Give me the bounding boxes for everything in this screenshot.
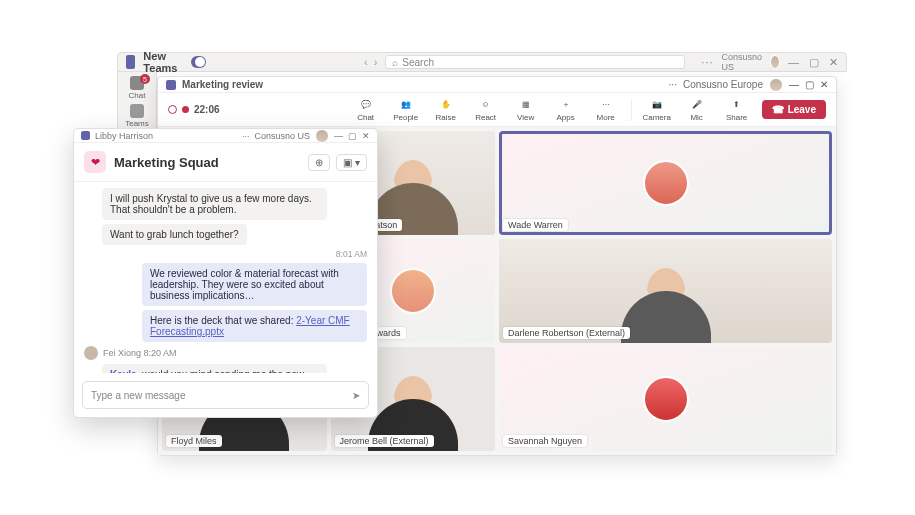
search-placeholder: Search	[402, 57, 434, 68]
camera-icon: 📷	[650, 98, 664, 112]
apps-button[interactable]: ＋Apps	[551, 98, 581, 122]
mention[interactable]: Kayla	[110, 369, 137, 373]
profile-avatar[interactable]	[770, 55, 780, 69]
people-button[interactable]: 👥People	[391, 98, 421, 122]
recording-indicator: 22:06	[168, 104, 220, 115]
message-outgoing: We reviewed color & material forecast wi…	[142, 263, 367, 306]
compose-placeholder: Type a new message	[91, 390, 186, 401]
record-ring-icon	[168, 105, 177, 114]
message-incoming: Kayla, would you mind sending me the new…	[102, 364, 327, 373]
more-button[interactable]: ···	[669, 79, 677, 90]
window-close-button[interactable]: ✕	[829, 56, 838, 69]
meeting-timer: 22:06	[194, 104, 220, 115]
org-label: Consusno US	[721, 52, 762, 72]
chat-title: Marketing Squad	[114, 155, 219, 170]
search-input[interactable]: ⌕ Search	[385, 55, 685, 69]
participant-name: Wade Warren	[503, 219, 568, 231]
window-minimize-button[interactable]: —	[334, 131, 343, 141]
chat-header: ❤ Marketing Squad ⊕ ▣▾	[74, 143, 377, 182]
sender-avatar	[84, 346, 98, 360]
video-tile[interactable]: Savannah Nguyen	[499, 347, 832, 451]
window-minimize-button[interactable]: —	[788, 56, 799, 69]
participant-name: Savannah Nguyen	[503, 435, 587, 447]
chat-thread: I will push Krystal to give us a few mor…	[74, 182, 377, 373]
message-text: , would you mind sending me the new spec…	[110, 369, 304, 373]
video-call-button[interactable]: ▣▾	[336, 154, 367, 171]
meeting-title: Marketing review	[182, 79, 263, 90]
message-incoming: Want to grab lunch together?	[102, 224, 247, 245]
participant-name: Floyd Miles	[166, 435, 222, 447]
participant-avatar	[643, 376, 689, 422]
participant-avatar	[390, 268, 436, 314]
teams-logo-icon	[126, 55, 135, 69]
video-tile[interactable]: Darlene Robertson (External)	[499, 239, 832, 343]
camera-button[interactable]: 📷Camera	[642, 98, 672, 122]
timestamp: 8:01 AM	[336, 249, 367, 259]
chat-titlebar: Libby Harrison ··· Consusno US — ▢ ✕	[74, 129, 377, 143]
mic-button[interactable]: 🎤Mic	[682, 98, 712, 122]
rail-teams-label: Teams	[122, 119, 152, 128]
raise-hand-button[interactable]: ✋Raise	[431, 98, 461, 122]
react-button[interactable]: ☺React	[471, 98, 501, 122]
nav-forward-button[interactable]: ›	[374, 56, 378, 68]
message-compose-input[interactable]: Type a new message ➤	[82, 381, 369, 409]
window-maximize-button[interactable]: ▢	[809, 56, 819, 69]
video-tile-active-speaker[interactable]: Wade Warren	[499, 131, 832, 235]
chat-button[interactable]: 💬Chat	[351, 98, 381, 122]
view-button[interactable]: ▦View	[511, 98, 541, 122]
raise-label: Raise	[435, 113, 455, 122]
camera-label: Camera	[642, 113, 670, 122]
more-button[interactable]: ⋯More	[591, 98, 621, 122]
rail-teams[interactable]: Teams	[122, 104, 152, 128]
meeting-titlebar: Marketing review ··· Consusno Europe — ▢…	[158, 77, 836, 93]
more-icon: ⋯	[599, 98, 613, 112]
mic-icon: 🎤	[690, 98, 704, 112]
leave-button[interactable]: ☎ Leave	[762, 100, 826, 119]
people-label: People	[393, 113, 418, 122]
nav-back-button[interactable]: ‹	[364, 56, 368, 68]
profile-avatar[interactable]	[315, 129, 329, 143]
message-incoming: I will push Krystal to give us a few mor…	[102, 188, 327, 220]
video-icon: ▣	[343, 157, 352, 168]
react-label: React	[475, 113, 496, 122]
participant-name: Darlene Robertson (External)	[503, 327, 630, 339]
person-add-icon: ⊕	[315, 157, 323, 168]
apps-label: Apps	[557, 113, 575, 122]
participant-name: Jerome Bell (External)	[335, 435, 434, 447]
window-minimize-button[interactable]: —	[789, 79, 799, 90]
chat-icon: 💬	[359, 98, 373, 112]
record-dot-icon	[182, 106, 189, 113]
sender-label: Fei Xiong 8:20 AM	[103, 348, 177, 358]
teams-icon	[130, 104, 144, 118]
add-people-button[interactable]: ⊕	[308, 154, 330, 171]
window-maximize-button[interactable]: ▢	[348, 131, 357, 141]
share-button[interactable]: ⬆Share	[722, 98, 752, 122]
view-label: View	[517, 113, 534, 122]
chat-window: Libby Harrison ··· Consusno US — ▢ ✕ ❤ M…	[73, 128, 378, 418]
plus-icon: ＋	[559, 98, 573, 112]
new-teams-toggle[interactable]	[191, 56, 206, 68]
more-button[interactable]: ···	[242, 131, 250, 141]
chat-owner-label: Libby Harrison	[95, 131, 153, 141]
chevron-down-icon: ▾	[355, 157, 360, 168]
shell-window-titlebar: New Teams ‹ › ⌕ Search ··· Consusno US —…	[117, 52, 847, 72]
people-icon: 👥	[399, 98, 413, 112]
chat-badge: 5	[140, 74, 150, 84]
app-label: New Teams	[143, 50, 183, 74]
teams-logo-icon	[81, 131, 90, 140]
message-outgoing: Here is the deck that we shared: 2-Year …	[142, 310, 367, 342]
more-button[interactable]: ···	[701, 56, 713, 68]
message-text: Here is the deck that we shared:	[150, 315, 296, 326]
profile-avatar[interactable]	[769, 78, 783, 92]
share-label: Share	[726, 113, 747, 122]
mic-label: Mic	[690, 113, 702, 122]
window-maximize-button[interactable]: ▢	[805, 79, 814, 90]
window-close-button[interactable]: ✕	[362, 131, 370, 141]
rail-chat-label: Chat	[122, 91, 152, 100]
nav-arrows: ‹ ›	[364, 56, 377, 68]
send-icon[interactable]: ➤	[352, 390, 360, 401]
chat-org-label: Consusno US	[254, 131, 310, 141]
window-close-button[interactable]: ✕	[820, 79, 828, 90]
rail-chat[interactable]: 5 Chat	[122, 76, 152, 100]
leave-label: Leave	[788, 104, 816, 115]
